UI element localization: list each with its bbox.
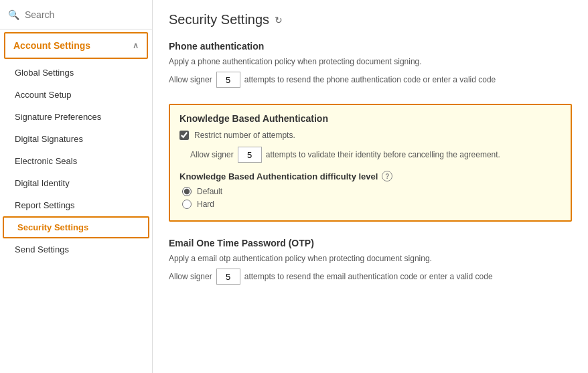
chevron-up-icon: ∧ (133, 41, 139, 50)
kba-title: Knowledge Based Authentication (179, 113, 561, 124)
page-title-row: Security Settings ↻ (169, 12, 572, 27)
otp-allow-suffix: attempts to resend the email authenticat… (244, 272, 493, 281)
sidebar: 🔍 Account Settings ∧ Global Settings Acc… (0, 0, 153, 373)
kba-allow-suffix: attempts to validate their identity befo… (266, 150, 500, 159)
main-content: Security Settings ↻ Phone authentication… (153, 0, 588, 373)
kba-radio-default-input[interactable] (182, 187, 192, 196)
phone-auth-title: Phone authentication (169, 41, 572, 52)
sidebar-item-send-settings[interactable]: Send Settings (0, 238, 152, 260)
otp-allow-prefix: Allow signer (169, 272, 212, 281)
search-bar: 🔍 (0, 0, 152, 29)
sidebar-item-global-settings[interactable]: Global Settings (0, 62, 152, 84)
kba-difficulty-title-row: Knowledge Based Authentication difficult… (179, 171, 561, 181)
phone-auth-allow-row: Allow signer attempts to resend the phon… (169, 72, 572, 88)
kba-section: Knowledge Based Authentication Restrict … (169, 104, 572, 222)
phone-auth-attempts-input[interactable] (216, 72, 240, 88)
sidebar-item-digital-signatures[interactable]: Digital Signatures (0, 128, 152, 150)
page-title-text: Security Settings (169, 12, 269, 27)
kba-radio-hard: Hard (179, 200, 561, 209)
refresh-icon[interactable]: ↻ (275, 15, 283, 25)
sidebar-item-report-settings[interactable]: Report Settings (0, 194, 152, 216)
kba-help-icon[interactable]: ? (382, 171, 392, 181)
sidebar-item-account-setup[interactable]: Account Setup (0, 84, 152, 106)
otp-section: Email One Time Password (OTP) Apply a em… (169, 238, 572, 285)
phone-auth-section: Phone authentication Apply a phone authe… (169, 41, 572, 88)
kba-difficulty-label: Knowledge Based Authentication difficult… (179, 171, 378, 181)
sidebar-item-digital-identity[interactable]: Digital Identity (0, 172, 152, 194)
account-settings-label: Account Settings (13, 40, 90, 51)
kba-radio-default-label: Default (197, 187, 222, 196)
otp-desc: Apply a email otp authentication policy … (169, 254, 572, 263)
otp-attempts-input[interactable] (216, 269, 240, 285)
kba-attempts-input[interactable] (238, 147, 262, 163)
search-input[interactable] (25, 9, 144, 20)
otp-title: Email One Time Password (OTP) (169, 238, 572, 248)
sidebar-item-signature-preferences[interactable]: Signature Preferences (0, 106, 152, 128)
kba-radio-hard-input[interactable] (182, 200, 192, 209)
otp-allow-row: Allow signer attempts to resend the emai… (169, 269, 572, 285)
kba-radio-hard-label: Hard (197, 200, 214, 209)
search-icon: 🔍 (8, 9, 19, 20)
phone-auth-desc: Apply a phone authentication policy when… (169, 57, 572, 66)
kba-allow-row: Allow signer attempts to validate their … (179, 147, 561, 163)
sidebar-item-electronic-seals[interactable]: Electronic Seals (0, 150, 152, 172)
kba-restrict-checkbox[interactable] (179, 131, 189, 140)
kba-restrict-label: Restrict number of attempts. (194, 131, 295, 140)
sidebar-nav: Global Settings Account Setup Signature … (0, 62, 152, 373)
account-settings-header[interactable]: Account Settings ∧ (4, 32, 148, 59)
phone-auth-allow-suffix: attempts to resend the phone authenticat… (244, 75, 496, 84)
sidebar-item-security-settings[interactable]: Security Settings (3, 216, 149, 238)
kba-allow-prefix: Allow signer (190, 150, 234, 159)
kba-radio-default: Default (179, 187, 561, 196)
phone-auth-allow-prefix: Allow signer (169, 75, 212, 84)
kba-restrict-row: Restrict number of attempts. (179, 131, 561, 140)
